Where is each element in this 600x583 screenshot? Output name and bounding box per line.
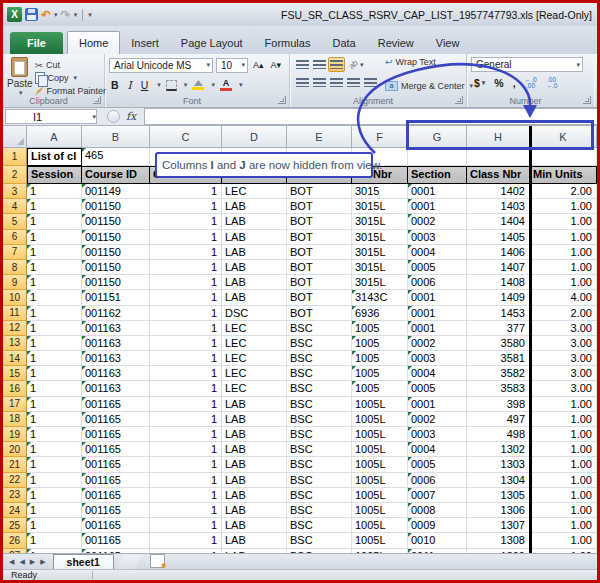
cell-subject[interactable]: BOT [287, 275, 352, 290]
cell-component[interactable]: LAB [222, 518, 287, 533]
tab-review[interactable]: Review [367, 31, 425, 54]
cell-offer-nbr[interactable]: 1 [150, 412, 222, 427]
tab-insert[interactable]: Insert [120, 31, 170, 54]
dialog-launcher-icon[interactable] [278, 96, 286, 104]
fill-color-icon[interactable] [192, 80, 204, 90]
cell-component[interactable]: LEC [222, 381, 287, 396]
cell-catalog-nbr[interactable]: 3143C [352, 290, 408, 305]
cell-min-units[interactable]: 1.00 [530, 427, 597, 442]
cell-section[interactable]: 0001 [408, 397, 467, 412]
cell-catalog-nbr[interactable]: 3015L [352, 230, 408, 245]
align-center-button[interactable] [311, 75, 328, 90]
cell-offer-nbr[interactable]: 1 [150, 260, 222, 275]
formula-input[interactable] [144, 108, 597, 125]
row-header[interactable]: 7 [3, 245, 27, 260]
column-header-h[interactable]: H [467, 126, 530, 148]
cell-min-units[interactable]: 1.00 [530, 230, 597, 245]
cell-min-units[interactable]: 3.00 [530, 381, 597, 396]
cell-section[interactable]: 0002 [408, 412, 467, 427]
select-all-corner[interactable] [3, 126, 27, 148]
column-header-k[interactable]: K [530, 126, 597, 148]
cell-session[interactable]: 1 [27, 503, 82, 518]
header-class-nbr[interactable]: Class Nbr [467, 166, 530, 184]
cell-offer-nbr[interactable]: 1 [150, 275, 222, 290]
cell-section[interactable]: 0010 [408, 533, 467, 548]
cell-a1[interactable]: List of cl [27, 148, 82, 166]
cell-min-units[interactable]: 3.00 [530, 351, 597, 366]
cell-component[interactable]: LAB [222, 473, 287, 488]
comma-format-button[interactable]: , [513, 77, 516, 89]
insert-worksheet-icon[interactable] [150, 554, 165, 568]
cell-min-units[interactable]: 1.00 [530, 214, 597, 229]
cell-catalog-nbr[interactable]: 1005L [352, 442, 408, 457]
cell-section[interactable]: 0004 [408, 366, 467, 381]
cell-component[interactable]: LAB [222, 199, 287, 214]
cell-section[interactable]: 0006 [408, 275, 467, 290]
cell-class-nbr[interactable]: 1402 [467, 184, 530, 199]
align-middle-button[interactable] [311, 57, 328, 72]
cell-session[interactable]: 1 [27, 518, 82, 533]
cell-min-units[interactable]: 1.00 [530, 199, 597, 214]
cell-course-id[interactable]: 001150 [82, 199, 150, 214]
cell-catalog-nbr[interactable]: 1005 [352, 336, 408, 351]
cell-class-nbr[interactable]: 1404 [467, 214, 530, 229]
cell-class-nbr[interactable]: 1403 [467, 199, 530, 214]
cell-component[interactable]: LEC [222, 321, 287, 336]
cell-section[interactable]: 0005 [408, 260, 467, 275]
cell-component[interactable]: LAB [222, 290, 287, 305]
cell-offer-nbr[interactable]: 1 [150, 184, 222, 199]
font-color-dropdown-icon[interactable]: ▾ [239, 81, 243, 89]
cell-subject[interactable]: BSC [287, 442, 352, 457]
cell-session[interactable]: 1 [27, 290, 82, 305]
cell-session[interactable]: 1 [27, 230, 82, 245]
header-section[interactable]: Section [408, 166, 467, 184]
cell-min-units[interactable]: 2.00 [530, 184, 597, 199]
align-top-button[interactable] [294, 57, 311, 72]
row-header[interactable]: 26 [3, 533, 27, 548]
cell-min-units[interactable]: 1.00 [530, 275, 597, 290]
row-header[interactable]: 19 [3, 427, 27, 442]
cell-component[interactable]: LEC [222, 336, 287, 351]
cell-min-units[interactable]: 3.00 [530, 366, 597, 381]
cell[interactable] [530, 148, 597, 166]
cell-subject[interactable]: BOT [287, 290, 352, 305]
cell-component[interactable]: LAB [222, 533, 287, 548]
fill-dropdown-icon[interactable]: ▾ [211, 81, 215, 89]
row-header[interactable]: 21 [3, 457, 27, 472]
column-header-b[interactable]: B [82, 126, 150, 148]
row-header[interactable]: 5 [3, 214, 27, 229]
cell-session[interactable]: 1 [27, 473, 82, 488]
cell-offer-nbr[interactable]: 1 [150, 503, 222, 518]
cell-offer-nbr[interactable]: 1 [150, 245, 222, 260]
cell-component[interactable]: DSC [222, 306, 287, 321]
undo-dropdown-icon[interactable]: ▾ [54, 11, 58, 19]
row-header[interactable]: 3 [3, 184, 27, 199]
tab-home[interactable]: Home [67, 31, 120, 54]
cell-session[interactable]: 1 [27, 199, 82, 214]
cell-offer-nbr[interactable]: 1 [150, 290, 222, 305]
cell-catalog-nbr[interactable]: 1005 [352, 381, 408, 396]
column-header-g[interactable]: G [408, 126, 467, 148]
cell-session[interactable]: 1 [27, 427, 82, 442]
cell-session[interactable]: 1 [27, 336, 82, 351]
cell-catalog-nbr[interactable]: 3015 [352, 184, 408, 199]
cell-section[interactable]: 0001 [408, 199, 467, 214]
cell-min-units[interactable]: 3.00 [530, 321, 597, 336]
cell-min-units[interactable]: 1.00 [530, 518, 597, 533]
cell-component[interactable]: LAB [222, 442, 287, 457]
tab-page-layout[interactable]: Page Layout [170, 31, 254, 54]
cell-catalog-nbr[interactable]: 1005L [352, 503, 408, 518]
number-format-combo[interactable]: General ▾ [471, 57, 583, 72]
merge-center-button[interactable]: a Merge & Center ▾ [385, 81, 473, 91]
cell-course-id[interactable]: 001150 [82, 230, 150, 245]
cell-section[interactable]: 0003 [408, 351, 467, 366]
cell-subject[interactable]: BSC [287, 457, 352, 472]
cell-min-units[interactable]: 1.00 [530, 442, 597, 457]
underline-dropdown-icon[interactable]: ▾ [157, 81, 161, 89]
cell-subject[interactable]: BSC [287, 503, 352, 518]
cell-subject[interactable]: BSC [287, 381, 352, 396]
cell-min-units[interactable]: 1.00 [530, 412, 597, 427]
cell-min-units[interactable]: 1.00 [530, 245, 597, 260]
cell-class-nbr[interactable]: 1304 [467, 473, 530, 488]
cell[interactable] [408, 148, 467, 166]
